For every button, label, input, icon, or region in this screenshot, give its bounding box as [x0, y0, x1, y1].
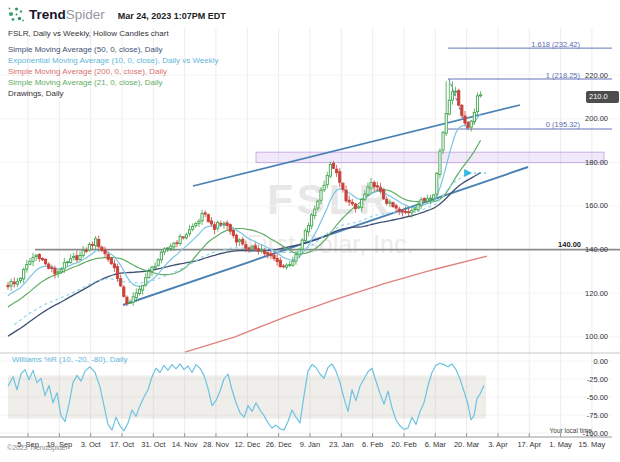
- candle-body: [242, 239, 244, 243]
- candle-body: [113, 264, 115, 268]
- williams-r-legend[interactable]: Williams %R (10, -20, -80), Daily: [12, 355, 128, 364]
- price-axis-label: 160.00: [585, 201, 608, 210]
- candle-body: [473, 112, 475, 121]
- candle-body: [76, 256, 78, 260]
- date-axis-label: 23. Jan: [329, 440, 354, 449]
- local-time-note: Your local time: [550, 427, 592, 434]
- candle-body: [370, 183, 372, 189]
- candle-body: [101, 247, 103, 250]
- candle-body: [354, 204, 356, 209]
- candle-body: [392, 203, 394, 207]
- candle-body: [320, 190, 322, 200]
- candle-body: [154, 266, 156, 268]
- candle-body: [439, 151, 441, 174]
- candle-body: [217, 222, 219, 228]
- candle-body: [376, 186, 378, 187]
- legend-drawings[interactable]: Drawings, Daily: [8, 89, 64, 98]
- candle-body: [389, 202, 391, 203]
- candle-body: [273, 255, 275, 258]
- candle-body: [126, 297, 128, 303]
- candle-body: [160, 252, 162, 260]
- candle-body: [104, 250, 106, 254]
- date-axis-label: 9. Jan: [300, 440, 320, 449]
- candle-body: [201, 213, 203, 220]
- candle-body: [464, 116, 466, 123]
- price-axis-label: 180.00: [585, 158, 608, 167]
- candle-body: [182, 237, 184, 238]
- legend-sma21[interactable]: Simple Moving Average (21, 0, close), Da…: [8, 78, 163, 87]
- candle-body: [60, 269, 62, 271]
- candle-body: [257, 249, 259, 251]
- candle-body: [417, 205, 419, 210]
- candle-body: [454, 91, 456, 92]
- chart-datetime: Mar 24, 2023 1:07PM EDT: [118, 9, 226, 21]
- candle-body: [10, 281, 12, 286]
- date-axis-label: 26. Dec: [266, 440, 292, 449]
- trendspider-logo-icon[interactable]: [7, 5, 26, 24]
- candle-body: [470, 121, 472, 127]
- date-axis-label: 20. Feb: [391, 440, 416, 449]
- candle-body: [414, 209, 416, 210]
- ema10-daily-line: [8, 114, 481, 296]
- candle-body: [70, 259, 72, 263]
- wr-axis-label: -75.00: [587, 411, 608, 420]
- fib-level-0-label: 0 (195.32): [546, 120, 580, 129]
- date-axis-label: 15. May: [579, 440, 606, 449]
- legend-ema10[interactable]: Exponential Moving Average (10, 0, close…: [8, 56, 218, 65]
- candle-body: [317, 201, 319, 208]
- date-axis-label: 1. May: [549, 440, 572, 449]
- logo-trend: Trend: [29, 7, 66, 22]
- candle-body: [107, 255, 109, 260]
- candle-body: [404, 211, 406, 212]
- candle-body: [210, 221, 212, 224]
- legend-symbol[interactable]: FSLR, Daily vs Weekly, Hollow Candles ch…: [8, 29, 169, 38]
- price-axis-label: 220.00: [585, 71, 608, 80]
- candle-body: [342, 183, 344, 189]
- candle-body: [120, 279, 122, 286]
- candle-body: [451, 92, 453, 100]
- candle-body: [254, 246, 256, 249]
- candle-body: [116, 267, 118, 279]
- candle-body: [332, 163, 334, 168]
- candle-body: [282, 266, 284, 267]
- candle-body: [16, 282, 18, 285]
- date-axis-label: 12. Dec: [234, 440, 260, 449]
- candle-body: [148, 271, 150, 277]
- date-axis-label: 17. Oct: [110, 440, 135, 449]
- candle-body: [167, 248, 169, 249]
- candle-body: [304, 231, 306, 241]
- candle-body: [267, 253, 269, 255]
- candle-body: [314, 209, 316, 216]
- candle-body: [295, 255, 297, 262]
- legend-sma50[interactable]: Simple Moving Average (50, 0, close), Da…: [8, 45, 163, 54]
- candle-body: [32, 257, 34, 261]
- candle-body: [176, 243, 178, 244]
- wr-axis-label: -50.00: [587, 393, 608, 402]
- candle-body: [173, 243, 175, 247]
- candle-body: [248, 248, 250, 249]
- trendspider-logo[interactable]: TrendSpider: [29, 7, 105, 22]
- candle-body: [245, 245, 247, 249]
- candle-body: [373, 183, 375, 187]
- trendspider-chart-window: FSLR First Solar, Inc. 220.00200.00180.0…: [0, 0, 620, 462]
- candle-body: [276, 258, 278, 261]
- price-axis-label: 140.00: [585, 245, 608, 254]
- candle-body: [367, 187, 369, 195]
- candle-body: [442, 132, 444, 150]
- candle-body: [48, 264, 50, 268]
- header: TrendSpider Mar 24, 2023 1:07PM EDT: [7, 5, 226, 24]
- candle-body: [329, 164, 331, 176]
- legend-sma200[interactable]: Simple Moving Average (200, 0, close), D…: [8, 67, 167, 76]
- date-axis-label: 20. Mar: [454, 440, 480, 449]
- candle-body: [480, 95, 482, 96]
- candle-body: [38, 254, 40, 258]
- candle-body: [26, 264, 28, 269]
- candle-body: [433, 195, 435, 199]
- wr-axis-label: -25.00: [587, 375, 608, 384]
- candle-body: [285, 265, 287, 267]
- candle-body: [345, 190, 347, 201]
- candle-body: [298, 249, 300, 254]
- candle-body: [91, 244, 93, 245]
- candle-body: [229, 225, 231, 232]
- candle-body: [476, 96, 478, 112]
